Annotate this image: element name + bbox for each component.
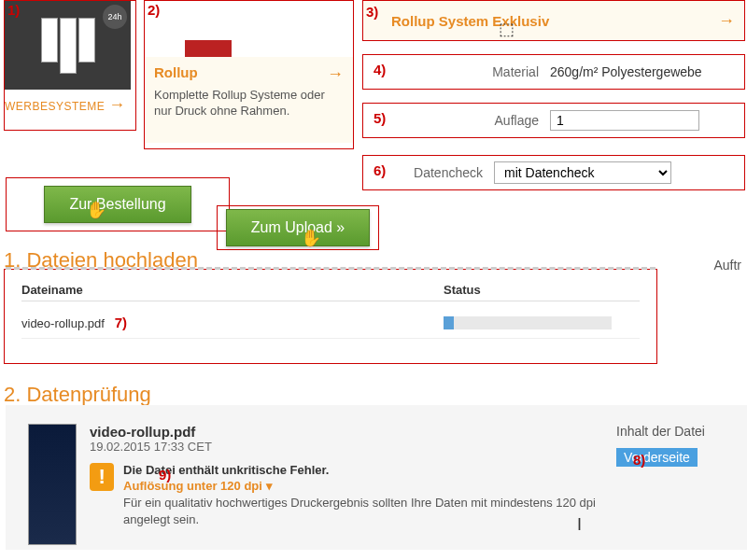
step-2: 2) <box>148 2 160 18</box>
step-4: 4) <box>374 62 386 77</box>
col-status: Status <box>444 283 640 297</box>
step-3: 3) <box>366 4 378 20</box>
cursor-icon: ✋ <box>86 200 106 220</box>
badge-24h: 24h <box>103 5 127 29</box>
warn-desc: Für ein qualitativ hochwertiges Druckerg… <box>123 495 603 528</box>
rollup-exklusiv-title[interactable]: Rollup System Exklusiv <box>391 13 549 29</box>
auflage-input[interactable] <box>550 110 699 131</box>
text-cursor-icon: I <box>577 515 582 535</box>
check-filedate: 19.02.2015 17:33 CET <box>90 440 603 454</box>
step-6: 6) <box>374 162 386 178</box>
rollup-desc: Komplette Rollup Systeme oder nur Druck … <box>154 88 344 119</box>
step-7: 7) <box>115 315 127 330</box>
werbesysteme-link[interactable]: WERBESYSTEME → <box>5 90 135 120</box>
cursor-icon: ✋ <box>301 228 321 248</box>
rollup-title[interactable]: Rollup <box>154 64 198 84</box>
upload-progress <box>444 316 612 329</box>
arrow-right-icon: → <box>108 95 126 114</box>
step-8: 8) <box>633 452 645 468</box>
rollup-thumb[interactable] <box>145 1 271 57</box>
arrow-right-icon: → <box>718 11 735 31</box>
datencheck-select[interactable]: mit Datencheck <box>494 161 671 184</box>
auflage-label: Auflage <box>382 113 550 128</box>
vorderseite-tag[interactable]: Vorderseite <box>616 448 698 467</box>
warning-icon: ! <box>90 463 114 491</box>
auftr-label: Auftr <box>713 258 741 273</box>
inhalt-label: Inhalt der Datei <box>616 424 728 439</box>
chevron-down-icon: ▾ <box>266 479 273 493</box>
werbesysteme-thumb[interactable]: 24h <box>5 1 131 90</box>
file-name: video-rollup.pdf <box>21 316 105 330</box>
material-label: Material <box>382 64 550 79</box>
file-preview[interactable] <box>28 424 77 545</box>
datencheck-label: Datencheck <box>382 165 494 180</box>
step-1: 1) <box>7 2 20 18</box>
warn-title: Die Datei enthält unkritische Fehler. <box>123 463 603 477</box>
check-filename: video-rollup.pdf <box>90 424 603 440</box>
cursor-icon: ⬚ <box>499 19 514 39</box>
file-row: video-rollup.pdf 7) <box>21 301 640 339</box>
order-button[interactable]: Zur Bestellung <box>44 186 190 223</box>
step-9: 9) <box>159 467 171 483</box>
warn-subtitle[interactable]: Auflösung unter 120 dpi ▾ <box>123 479 603 493</box>
upload-button[interactable]: Zum Upload » <box>226 209 371 246</box>
arrow-right-icon: → <box>327 64 344 84</box>
step-5: 5) <box>374 110 386 126</box>
material-value: 260g/m² Polyestergewebe <box>550 64 744 79</box>
section-check-title: 2. Datenprüfung <box>4 383 151 407</box>
col-filename: Dateiname <box>21 283 444 297</box>
